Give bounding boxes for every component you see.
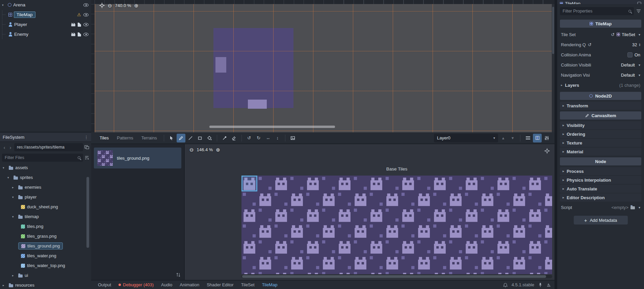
bottom-tab-tilemap[interactable]: TileMap (259, 281, 281, 289)
filter-properties-input[interactable] (563, 9, 628, 14)
fs-file-tiles-ground-selected[interactable]: tiles_ground.png (0, 241, 91, 251)
zoom-in-button[interactable]: ⊕ (134, 3, 138, 8)
fs-file-tiles-grass[interactable]: tiles_grass.png (0, 231, 91, 241)
load-script-folder-icon[interactable] (630, 206, 635, 209)
sort-files-icon[interactable] (84, 156, 89, 160)
line-tool-button[interactable] (186, 134, 195, 142)
scene-node-label[interactable]: Player (14, 22, 27, 27)
viewport-hscrollbar[interactable] (209, 126, 335, 128)
fs-folder-sprites[interactable]: ▾sprites (0, 173, 91, 182)
atlas-hscrollbar[interactable] (241, 275, 552, 278)
section-header-canvasitem[interactable]: CanvasItem (560, 111, 641, 120)
group-physics-interpolation[interactable]: ▸Physics Interpolation (560, 176, 641, 184)
property-layers[interactable]: ▸ Layers (1 change) (560, 80, 641, 90)
scene-node-label[interactable]: Enemy (14, 32, 28, 37)
tab-terrains[interactable]: Terrains (137, 132, 160, 143)
navigation-visibility-dropdown[interactable]: Default ▾ (621, 73, 640, 78)
fs-file-tiles-water[interactable]: tiles_water.png (0, 251, 91, 261)
rendering-quadrant-value[interactable]: 32 (632, 42, 637, 47)
rect-tool-button[interactable] (196, 134, 204, 142)
canvas-viewport[interactable]: ⊖ 740.0 % ⊕ (91, 0, 555, 132)
bottom-tab-tileset[interactable]: TileSet (238, 281, 258, 289)
group-editor-description[interactable]: ▸Editor Description (560, 193, 641, 202)
collision-visibility-dropdown[interactable]: Default ▾ (621, 62, 640, 68)
filesystem-scrollbar[interactable] (86, 177, 89, 248)
center-view-icon[interactable] (99, 3, 105, 8)
collision-animatable-checkbox[interactable] (627, 52, 633, 57)
open-scene-icon[interactable] (71, 23, 75, 26)
group-ordering[interactable]: ▸Ordering (560, 130, 641, 138)
atlas-hscroll-thumb[interactable] (242, 275, 546, 278)
fs-folder-enemies[interactable]: ▸enemies (0, 182, 91, 192)
script-value[interactable]: <empty> (611, 205, 628, 210)
bottom-tab-output[interactable]: Output (95, 281, 114, 289)
version-label[interactable]: 4.5.1.stable (512, 282, 534, 287)
eraser-tool-button[interactable] (230, 134, 238, 142)
layer-select[interactable]: Layer0 ▾ (434, 134, 498, 142)
script-menu-chevron-icon[interactable]: ▾ (639, 206, 640, 209)
notifications-bell-icon[interactable] (503, 283, 508, 287)
scene-node-tilemap[interactable]: TileMap ⚠ (0, 10, 91, 20)
visibility-eye-icon[interactable] (83, 3, 88, 7)
open-scene-icon[interactable] (71, 33, 75, 36)
filter-properties-box[interactable] (560, 7, 634, 15)
tile-source-item-selected[interactable]: tiles_ground.png (94, 148, 181, 168)
revert-property-icon[interactable]: ↺ (588, 42, 592, 47)
tab-tiles[interactable]: Tiles (96, 132, 112, 143)
picker-tool-button[interactable] (220, 134, 229, 142)
tab-patterns[interactable]: Patterns (113, 132, 137, 143)
atlas-settings-button[interactable] (542, 134, 551, 142)
group-material[interactable]: ▸Material (560, 148, 641, 156)
scene-node-label-selected[interactable]: TileMap (14, 11, 35, 18)
fs-file-tiles-water-top[interactable]: tiles_water_top.png (0, 261, 91, 270)
bucket-tool-button[interactable] (205, 134, 214, 142)
bottom-tab-animation[interactable]: Animation (176, 281, 203, 289)
layer-up-button[interactable]: ▴ (499, 134, 508, 142)
group-transform[interactable]: ▸Transform (560, 102, 641, 110)
flip-vertical-button[interactable]: ↕ (273, 134, 282, 142)
expand-bottom-panel-icon[interactable] (546, 283, 551, 287)
fs-file-tiles[interactable]: tiles.png (0, 221, 91, 231)
atlas-zoom-level[interactable]: 146.4 % (197, 147, 213, 152)
pin-bottom-panel-icon[interactable] (538, 283, 542, 287)
fs-folder-player[interactable]: ▾player (0, 192, 91, 202)
viewport-vscroll-thumb[interactable] (552, 7, 554, 54)
zoom-level[interactable]: 740.0 % (115, 3, 131, 8)
list-view-button[interactable] (523, 134, 532, 142)
current-path[interactable]: res://assets/sprites/tilema (14, 143, 83, 151)
script-icon[interactable] (78, 32, 81, 36)
rotate-left-button[interactable]: ↺ (245, 134, 254, 142)
bottom-tab-audio[interactable]: Audio (158, 281, 176, 289)
revert-property-icon[interactable]: ↺ (611, 32, 615, 37)
filter-files-box[interactable] (2, 154, 83, 162)
history-back-button[interactable]: ‹ (2, 144, 7, 150)
visibility-eye-icon[interactable] (83, 33, 88, 36)
flip-horizontal-button[interactable]: ↔ (264, 134, 273, 142)
bottom-tab-shader-editor[interactable]: Shader Editor (203, 281, 237, 289)
zoom-out-button[interactable]: ⊖ (189, 147, 194, 152)
viewport-vscrollbar[interactable] (552, 4, 555, 132)
selection-tool-button[interactable] (167, 134, 176, 142)
paint-tool-button[interactable] (177, 134, 185, 142)
grid-view-button[interactable] (533, 134, 542, 142)
scene-node-player[interactable]: Player (0, 20, 91, 29)
scene-node-arena[interactable]: ▾ Arena (0, 0, 91, 10)
fs-folder-resources[interactable]: ▸resources (0, 280, 91, 289)
number-stepper[interactable]: ▴▾ (639, 43, 640, 47)
random-tile-toggle[interactable] (288, 134, 297, 142)
scene-node-enemy[interactable]: Enemy (0, 29, 91, 39)
tileset-resource-picker[interactable]: TileSet ▾ (617, 32, 640, 37)
fs-folder-tilemap[interactable]: ▾tilemap (0, 212, 91, 221)
bottom-tab-debugger[interactable]: Debugger (403) (115, 281, 157, 289)
layer-down-button[interactable]: ▾ (508, 134, 517, 142)
center-view-icon[interactable] (544, 148, 550, 154)
warning-icon[interactable]: ⚠ (77, 12, 81, 17)
section-header-node2d[interactable]: Node2D (560, 92, 641, 100)
tile-atlas-canvas[interactable] (241, 176, 552, 274)
group-auto-translate[interactable]: ▸Auto Translate (560, 185, 641, 193)
group-visibility[interactable]: ▸Visibility (560, 121, 641, 129)
group-process[interactable]: ▸Process (560, 167, 641, 175)
history-forward-button[interactable]: › (8, 144, 13, 150)
script-icon[interactable] (78, 23, 81, 27)
property-tools-icon[interactable] (636, 9, 641, 14)
